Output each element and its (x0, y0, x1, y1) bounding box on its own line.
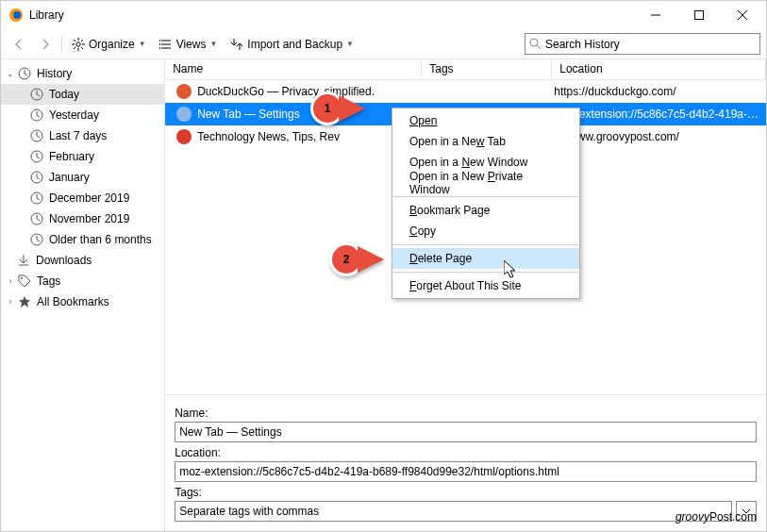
svg-line-14 (74, 47, 75, 49)
sidebar-item-label: January (49, 171, 90, 184)
sidebar-item-last7[interactable]: Last 7 days (1, 125, 164, 146)
svg-point-6 (76, 42, 80, 45)
row-title: Technology News, Tips, Rev (197, 130, 424, 143)
toolbar: Organize▼ Views▼ Import and Backup▼ Sear… (1, 29, 766, 59)
sidebar-item-feb[interactable]: February (1, 146, 164, 167)
svg-point-21 (530, 39, 538, 46)
sidebar-item-today[interactable]: Today (1, 84, 164, 105)
col-name[interactable]: Name (165, 59, 422, 79)
details-location-field[interactable]: moz-extension://5c86c7c5-d4b2-419a-b689-… (175, 461, 757, 482)
svg-line-11 (74, 40, 75, 42)
clock-icon (29, 108, 44, 123)
sidebar-bookmarks[interactable]: › All Bookmarks (1, 291, 164, 312)
menu-separator (393, 272, 578, 273)
sidebar-item-label: Today (49, 88, 79, 101)
svg-point-1 (13, 11, 21, 19)
organize-button[interactable]: Organize▼ (66, 32, 152, 57)
sidebar-history[interactable]: ⌄ History (1, 63, 164, 84)
sidebar-item-label: Older than 6 months (49, 233, 152, 246)
chevron-down-icon: ▼ (209, 40, 217, 48)
ctx-open-new-tab[interactable]: Open in a New Tab (392, 131, 579, 152)
svg-line-22 (537, 45, 541, 49)
ctx-open-private-window[interactable]: Open in a New Private Window (392, 173, 579, 193)
tag-icon (17, 274, 32, 289)
sidebar-bookmarks-label: All Bookmarks (37, 295, 109, 308)
import-backup-button[interactable]: Import and Backup▼ (225, 32, 359, 57)
close-button[interactable] (721, 1, 764, 29)
views-button[interactable]: Views▼ (154, 32, 224, 57)
svg-point-20 (159, 47, 160, 49)
chevron-right-icon: › (5, 297, 16, 307)
sidebar-item-label: Yesterday (49, 108, 99, 122)
gear-icon (72, 38, 85, 51)
chevron-down-icon: ⌄ (5, 69, 16, 78)
ctx-bookmark-page[interactable]: Bookmark Page (392, 200, 579, 221)
col-tags[interactable]: Tags (422, 59, 552, 79)
details-tags-label: Tags: (175, 486, 757, 499)
sidebar-history-label: History (37, 67, 72, 80)
ctx-open[interactable]: Open (392, 110, 579, 131)
ctx-copy[interactable]: Copy (392, 221, 579, 241)
maximize-button[interactable] (677, 1, 721, 29)
window-title: Library (29, 8, 634, 22)
clock-icon (29, 170, 44, 185)
col-location[interactable]: Location (552, 59, 766, 79)
sidebar: ⌄ History Today Yesterday Last 7 days Fe… (1, 59, 165, 531)
sidebar-item-jan[interactable]: January (1, 167, 164, 188)
firefox-icon (8, 8, 24, 23)
sidebar-downloads[interactable]: Downloads (1, 250, 164, 271)
favicon (176, 129, 192, 144)
clock-icon (29, 232, 44, 247)
watermark: groovyPost.com (675, 504, 757, 525)
history-row[interactable]: DuckDuckGo — Privacy, simplified. https:… (165, 80, 766, 103)
clock-icon (29, 149, 44, 164)
svg-line-13 (81, 40, 83, 42)
callout-1: 1 (310, 91, 344, 125)
titlebar: Library (1, 1, 766, 29)
sidebar-tags[interactable]: › Tags (1, 271, 164, 291)
sidebar-item-yesterday[interactable]: Yesterday (1, 105, 164, 125)
organize-label: Organize (89, 38, 135, 51)
details-name-field[interactable]: New Tab — Settings (175, 422, 757, 442)
callout-2: 2 (329, 242, 363, 276)
svg-line-12 (81, 47, 83, 49)
sidebar-item-older[interactable]: Older than 6 months (1, 229, 164, 250)
cursor-icon (504, 260, 519, 279)
star-icon (17, 294, 32, 309)
import-label: Import and Backup (247, 38, 342, 51)
download-icon (16, 253, 31, 268)
svg-point-19 (159, 43, 160, 45)
ctx-forget-site[interactable]: Forget About This Site (392, 275, 579, 296)
row-location: moz-extension://5c86c7c5-d4b2-419a-… (554, 108, 766, 121)
sidebar-item-nov[interactable]: November 2019 (1, 208, 164, 229)
clock-icon (29, 191, 44, 206)
clock-icon (17, 66, 32, 81)
minimize-button[interactable] (634, 1, 677, 29)
menu-separator (393, 196, 578, 197)
sidebar-item-label: Last 7 days (49, 129, 107, 142)
clock-icon (29, 128, 44, 143)
chevron-down-icon: ▼ (139, 40, 146, 48)
sidebar-item-label: December 2019 (49, 191, 129, 205)
details-tags-field[interactable]: Separate tags with commas (175, 501, 732, 522)
sidebar-item-dec[interactable]: December 2019 (1, 188, 164, 208)
sidebar-downloads-label: Downloads (36, 254, 92, 267)
details-location-label: Location: (175, 446, 757, 459)
search-icon (529, 38, 542, 50)
menu-separator (393, 244, 578, 245)
ctx-delete-page[interactable]: Delete Page (392, 248, 579, 269)
clock-icon (29, 87, 44, 102)
context-menu: Open Open in a New Tab Open in a New Win… (392, 108, 580, 299)
svg-rect-3 (695, 11, 704, 20)
details-name-label: Name: (175, 407, 757, 420)
views-label: Views (176, 38, 207, 51)
favicon (176, 84, 192, 99)
svg-point-18 (159, 40, 160, 42)
sidebar-item-label: November 2019 (49, 212, 129, 225)
forward-button (33, 32, 58, 57)
sidebar-tags-label: Tags (37, 274, 60, 288)
favicon (176, 107, 192, 122)
import-export-icon (230, 38, 243, 51)
search-input[interactable]: Search History (525, 33, 760, 55)
clock-icon (29, 211, 44, 226)
